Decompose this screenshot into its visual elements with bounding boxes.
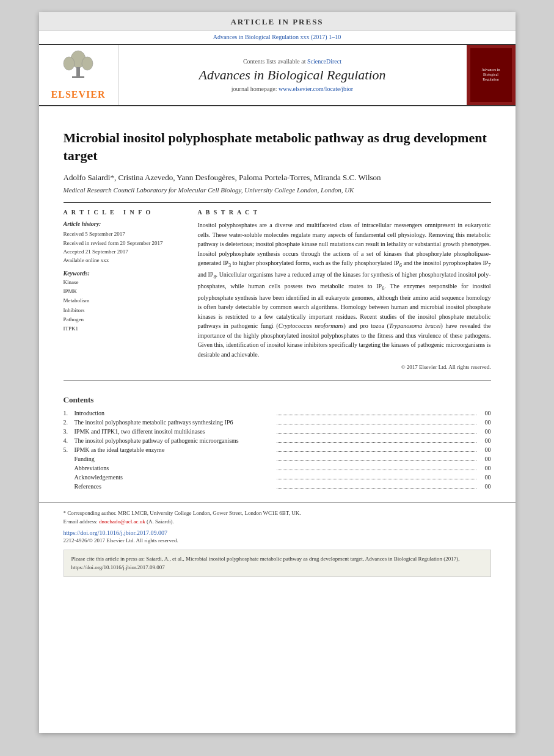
contents-sub-1: Funding 00	[75, 456, 491, 463]
footnote-email: E-mail address: dnochado@ucl.ac.uk (A. S…	[64, 518, 491, 526]
citation-text: Please cite this article in press as: Sa…	[71, 556, 460, 570]
contents-item-1: 1. Introduction 00	[64, 410, 491, 417]
contents-item-3: 3. IPMK and ITPK1, two different inosito…	[64, 428, 491, 435]
contents-list: 1. Introduction 00 2. The inositol polyp…	[64, 410, 491, 454]
sciencedirect-link[interactable]: ScienceDirect	[307, 58, 341, 65]
footer-copyright: 2212-4926/© 2017 Elsevier Ltd. All right…	[64, 537, 491, 543]
abstract-col: A B S T R A C T Inositol polyphosphates …	[198, 209, 491, 370]
homepage-url[interactable]: www.elsevier.com/locate/jbior	[279, 85, 353, 92]
history-dates: Received 5 September 2017 Received in re…	[64, 230, 186, 265]
abstract-copyright: © 2017 Elsevier Ltd. All rights reserved…	[198, 364, 491, 370]
contents-sublist: Funding 00 Abbreviations 00 Acknowledgem…	[75, 456, 491, 490]
svg-point-1	[64, 57, 75, 70]
contents-sub-3: Acknowledgements 00	[75, 474, 491, 481]
contents-title: Contents	[64, 395, 491, 405]
svg-rect-4	[72, 76, 84, 78]
journal-center: Contents lists available at ScienceDirec…	[118, 45, 467, 105]
keyword-item: Inhibitors	[64, 306, 186, 315]
keywords-label: Keywords:	[64, 270, 186, 277]
main-content: Microbial inositol polyphosphate metabol…	[39, 106, 516, 380]
authors: Adolfo Saiardi*, Cristina Azevedo, Yann …	[64, 173, 491, 183]
doi-footer-link[interactable]: https://doi.org/10.1016/j.jbior.2017.09.…	[64, 529, 491, 536]
keywords-list: Kinase IPMK Metabolism Inhibitors Pathog…	[64, 278, 186, 334]
journal-homepage: journal homepage: www.elsevier.com/locat…	[231, 85, 353, 92]
keyword-item: Pathogen	[64, 315, 186, 324]
svg-point-2	[82, 57, 93, 70]
two-col-section: A R T I C L E I N F O Article history: R…	[64, 209, 491, 370]
elsevier-name: ELSEVIER	[51, 89, 106, 100]
contents-item-2: 2. The inositol polyphosphate metabolic …	[64, 419, 491, 426]
journal-cover-image: Advances inBiologicalRegulation	[467, 45, 516, 105]
abstract-header: A B S T R A C T	[198, 209, 491, 216]
svg-rect-3	[76, 67, 80, 77]
elsevier-tree-icon	[60, 50, 97, 87]
journal-title: Advances in Biological Regulation	[199, 67, 385, 83]
journal-header: ELSEVIER Contents lists available at Sci…	[39, 44, 516, 106]
doi-line: Advances in Biological Regulation xxx (2…	[39, 31, 516, 44]
article-info-col: A R T I C L E I N F O Article history: R…	[64, 209, 186, 370]
contents-section: Contents 1. Introduction 00 2. The inosi…	[39, 387, 516, 490]
keyword-item: Metabolism	[64, 296, 186, 305]
keyword-item: ITPK1	[64, 324, 186, 333]
page: ARTICLE IN PRESS Advances in Biological …	[39, 12, 516, 733]
divider-1	[64, 202, 491, 203]
doi-link[interactable]: Advances in Biological Regulation xxx (2…	[213, 34, 341, 40]
contents-sub-4: References 00	[75, 483, 491, 490]
divider-2	[64, 380, 491, 380]
contents-sub-2: Abbreviations 00	[75, 465, 491, 472]
keyword-item: Kinase	[64, 278, 186, 287]
elsevier-logo: ELSEVIER	[39, 45, 118, 105]
footnote-section: * Corresponding author. MRC LMCB, Univer…	[39, 503, 516, 543]
abstract-text: Inositol polyphosphates are a diverse an…	[198, 220, 491, 359]
footnote-corresponding: * Corresponding author. MRC LMCB, Univer…	[64, 509, 491, 518]
keyword-item: IPMK	[64, 287, 186, 296]
contents-item-4: 4. The inositol polyphosphate pathway of…	[64, 437, 491, 445]
contents-item-5: 5. IPMK as the ideal targetable enzyme 0…	[64, 446, 491, 454]
article-title: Microbial inositol polyphosphate metabol…	[64, 129, 491, 164]
citation-box: Please cite this article in press as: Sa…	[64, 550, 491, 577]
aip-text: ARTICLE IN PRESS	[230, 17, 323, 26]
article-info-header: A R T I C L E I N F O	[64, 209, 186, 216]
history-label: Article history:	[64, 220, 186, 227]
sciencedirect-line: Contents lists available at ScienceDirec…	[243, 58, 341, 65]
email-link[interactable]: dnochado@ucl.ac.uk	[99, 518, 147, 525]
affiliation: Medical Research Council Laboratory for …	[64, 186, 491, 194]
aip-banner: ARTICLE IN PRESS	[39, 12, 516, 31]
